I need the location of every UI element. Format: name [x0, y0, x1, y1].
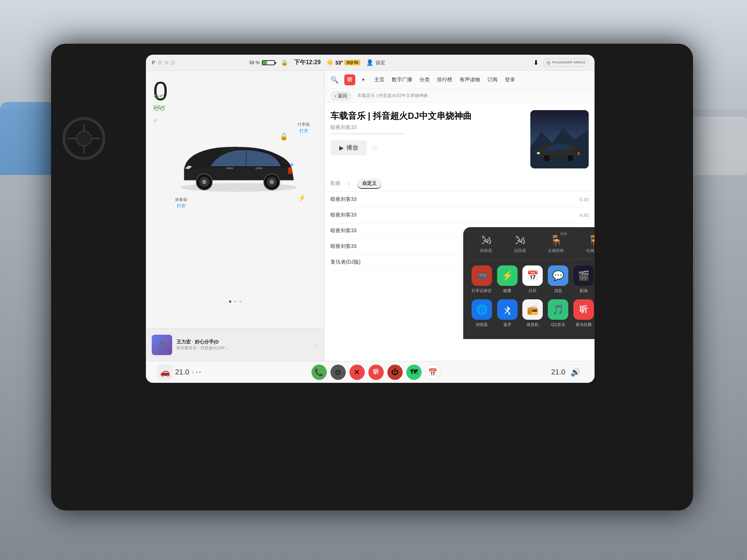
gear-n[interactable]: N	[165, 60, 168, 66]
airbag-label: PASSENGER AIRBAG	[552, 61, 585, 65]
app-browser[interactable]: 🌐 浏览器	[469, 299, 495, 327]
sun-icon: ☀️	[326, 59, 334, 66]
app-calendar[interactable]: 📅 日历	[520, 265, 545, 293]
climate-icon-1: ⟲⟲	[153, 93, 164, 101]
car-status-button[interactable]: 🚗	[157, 364, 173, 380]
map-icon: 🗺	[410, 368, 418, 376]
back-label: 返回	[338, 93, 347, 99]
trunk-open-button[interactable]: 打开	[177, 203, 186, 209]
gear-p[interactable]: P	[152, 60, 155, 66]
app-row-1: 📹 ! 行车记录仪 ⚡ 能量	[469, 265, 595, 293]
dot-1	[229, 300, 231, 303]
aqi-badge: AQI 56	[344, 60, 360, 65]
download-icon[interactable]: ⬇	[533, 59, 539, 67]
volume-button[interactable]: 🔊	[568, 364, 584, 380]
nav-rankings[interactable]: 排行榜	[437, 77, 452, 83]
episode-title-1: 暗夜剑客33	[330, 196, 575, 203]
rear-defrost-label: 后除霜	[514, 248, 526, 253]
status-center: 38 % 🔒 下午12:29 ☀️ 33° AQI 56 👤	[249, 59, 385, 66]
lock-status-icon[interactable]: 🔓	[280, 133, 288, 141]
right-seat-icon: 🪑	[588, 235, 595, 246]
music-app-button[interactable]: 听	[368, 365, 384, 380]
himalaya-label: 喜马拉雅	[576, 322, 592, 327]
dot-3	[239, 300, 241, 303]
gear-d[interactable]: D	[171, 60, 175, 66]
airbag-icon: ⊙	[546, 60, 551, 66]
episode-item-1[interactable]: 暗夜剑客33 5:30	[330, 192, 589, 207]
theater-label: 剧场	[580, 288, 588, 293]
nav-audiobooks[interactable]: 有声读物	[460, 77, 480, 83]
theater-emoji: 🎬	[578, 270, 589, 281]
favorite-button[interactable]: ☆	[371, 143, 379, 153]
steering-wheel-svg	[62, 117, 106, 160]
app-dashcam[interactable]: 📹 ! 行车记录仪	[469, 265, 495, 293]
power-icon: ⏻	[391, 368, 399, 376]
frunk-open-button[interactable]: 打开	[299, 128, 308, 134]
climate-left-seat[interactable]: 🪑 自动 左侧座椅	[548, 234, 564, 253]
app-theater[interactable]: 🎬 剧场	[571, 265, 595, 293]
episode-item-2[interactable]: 暗夜剑客33 4:45	[330, 207, 589, 223]
music-favorite-button[interactable]: ☆	[313, 341, 318, 349]
climate-front-defrost[interactable]: 🌬 前除霜	[480, 234, 492, 253]
dot-indicators	[229, 300, 241, 303]
calendar-icon: 📅	[522, 265, 543, 286]
calendar-taskbar-button[interactable]: 📅	[425, 365, 441, 380]
app-logo-button[interactable]: 听	[344, 74, 355, 85]
app-logo-text: 听	[347, 77, 352, 83]
qqmusic-label: QQ音乐	[551, 322, 565, 327]
svg-rect-9	[255, 167, 263, 169]
app-qqmusic[interactable]: 🎵 QQ音乐	[545, 299, 571, 327]
tab-songs[interactable]: 歌曲	[330, 180, 341, 187]
trunk-label-area: 前备箱 打开	[175, 197, 187, 209]
breadcrumb-bar: ‹ 返回 车载音乐 | 抖音超火DJ中文串烧神曲	[325, 89, 595, 103]
nav-subscribe[interactable]: 订阅	[487, 77, 498, 83]
left-seat-icon: 🪑	[550, 235, 562, 246]
svg-point-7	[270, 180, 274, 184]
app-messages[interactable]: 💬 消息	[545, 265, 571, 293]
bluetooth-label: 蓝牙	[503, 322, 511, 327]
dots-left: • •	[196, 369, 201, 375]
svg-rect-8	[226, 167, 233, 169]
gear-r[interactable]: R	[158, 60, 162, 66]
music-title: 王力宏 · 好心分手(D	[177, 339, 308, 345]
time-display: 下午12:29	[294, 59, 321, 66]
bottom-music-bar[interactable]: 🎵 王力宏 · 好心分手(D 听车载音乐：抖音超火DJ中... ☆	[146, 328, 324, 361]
energy-icon: ⚡	[497, 265, 518, 286]
tab-custom[interactable]: 自定义	[357, 179, 382, 189]
settings-area[interactable]: 👤 设定	[366, 59, 385, 66]
qqmusic-emoji: 🎵	[552, 304, 564, 315]
camera-button[interactable]: ⊙	[330, 365, 346, 380]
close-button[interactable]: ✕	[349, 365, 365, 380]
nav-home[interactable]: 主页	[374, 77, 384, 83]
app-radio[interactable]: 📻 收音机	[520, 299, 545, 327]
music-thumbnail: 🎵	[152, 335, 172, 355]
back-button[interactable]: ‹ 返回	[330, 91, 352, 101]
nav-categories[interactable]: 分类	[419, 77, 430, 83]
app-bluetooth[interactable]: 蓝牙	[495, 299, 520, 327]
app-energy[interactable]: ⚡ 能量	[495, 265, 520, 293]
map-button[interactable]: 🗺	[406, 365, 422, 380]
app-himalaya[interactable]: 听 喜马拉雅	[571, 299, 595, 327]
volume-icon: 🔊	[570, 368, 580, 377]
airbag-badge: ⊙ PASSENGER AIRBAG	[543, 59, 589, 67]
svg-rect-10	[288, 167, 292, 174]
taskbar-right: 21.0 🔊	[551, 364, 584, 380]
back-chevron: ‹	[335, 93, 336, 98]
phone-button[interactable]: 📞	[311, 365, 327, 380]
climate-rear-defrost[interactable]: 🌬 后除霜	[514, 234, 526, 253]
play-button[interactable]: ▶ 播放	[330, 140, 367, 155]
search-button[interactable]: 🔍	[330, 76, 338, 84]
left-seat-wrapper: 🪑 自动	[550, 234, 562, 246]
gear-selector: P R N D	[152, 60, 175, 66]
nav-login[interactable]: 登录	[505, 77, 515, 83]
nav-digital-radio[interactable]: 数字广播	[392, 77, 412, 83]
dropdown-button[interactable]: ▼	[361, 77, 365, 82]
camera-icon: ⊙	[335, 368, 341, 377]
climate-icon-2: ⟲⟲	[153, 105, 164, 113]
power-button[interactable]: ⏻	[387, 365, 403, 380]
app-row-2: 🌐 浏览器	[469, 299, 595, 327]
radio-icon: 📻	[522, 299, 543, 320]
energy-label: 能量	[503, 288, 511, 293]
theater-icon: 🎬	[573, 265, 594, 286]
climate-right-seat[interactable]: 🪑 自动 右侧座椅	[586, 234, 595, 253]
